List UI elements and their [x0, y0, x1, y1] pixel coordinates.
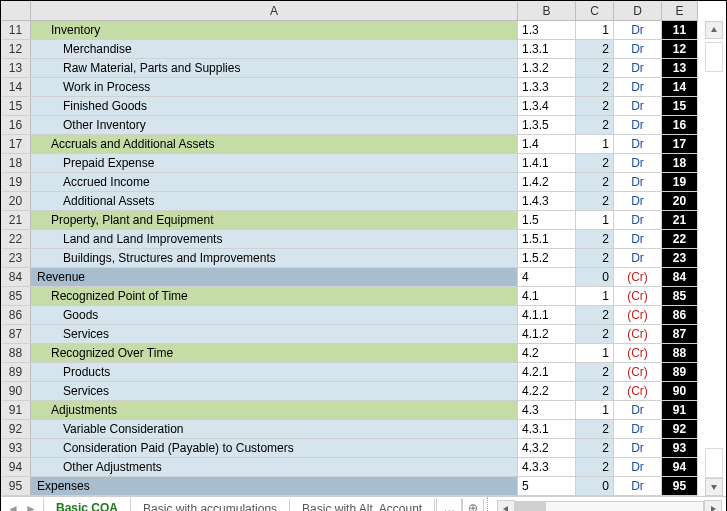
table-row[interactable]: 21Property, Plant and Equipment1.51Dr21: [1, 211, 698, 230]
cell-account-name[interactable]: Revenue: [31, 268, 518, 286]
table-row[interactable]: 18Prepaid Expense1.4.12Dr18: [1, 154, 698, 173]
cell-code[interactable]: 1.3.1: [518, 40, 576, 58]
cell-level[interactable]: 2: [576, 325, 614, 343]
cell-drcr[interactable]: Dr: [614, 249, 662, 267]
sheet-tab[interactable]: Basic with accumulations: [130, 499, 290, 512]
cell-rownum[interactable]: 15: [662, 97, 698, 115]
cell-level[interactable]: 2: [576, 78, 614, 96]
sheet-tab[interactable]: Basic COA: [43, 498, 131, 512]
cell-account-name[interactable]: Property, Plant and Equipment: [31, 211, 518, 229]
cell-drcr[interactable]: Dr: [614, 97, 662, 115]
row-header[interactable]: 11: [1, 21, 31, 39]
cell-level[interactable]: 2: [576, 173, 614, 191]
cell-account-name[interactable]: Consideration Paid (Payable) to Customer…: [31, 439, 518, 457]
cell-code[interactable]: 1.5.2: [518, 249, 576, 267]
row-header[interactable]: 95: [1, 477, 31, 495]
row-header[interactable]: 85: [1, 287, 31, 305]
cell-code[interactable]: 1.3.3: [518, 78, 576, 96]
cell-account-name[interactable]: Other Adjustments: [31, 458, 518, 476]
row-header[interactable]: 12: [1, 40, 31, 58]
cell-account-name[interactable]: Accrued Income: [31, 173, 518, 191]
scroll-up-button[interactable]: [705, 21, 723, 39]
cell-account-name[interactable]: Adjustments: [31, 401, 518, 419]
tab-more-button[interactable]: …: [436, 498, 462, 511]
scroll-left-button[interactable]: [497, 500, 515, 512]
cell-account-name[interactable]: Prepaid Expense: [31, 154, 518, 172]
cell-code[interactable]: 4.1.2: [518, 325, 576, 343]
cell-account-name[interactable]: Variable Consideration: [31, 420, 518, 438]
cell-rownum[interactable]: 17: [662, 135, 698, 153]
row-header[interactable]: 89: [1, 363, 31, 381]
cell-level[interactable]: 2: [576, 439, 614, 457]
cell-code[interactable]: 4.3.1: [518, 420, 576, 438]
col-header-B[interactable]: B: [518, 1, 576, 20]
table-row[interactable]: 23Buildings, Structures and Improvements…: [1, 249, 698, 268]
cell-rownum[interactable]: 14: [662, 78, 698, 96]
table-row[interactable]: 13Raw Material, Parts and Supplies1.3.22…: [1, 59, 698, 78]
cell-code[interactable]: 4: [518, 268, 576, 286]
cell-level[interactable]: 2: [576, 154, 614, 172]
cell-rownum[interactable]: 21: [662, 211, 698, 229]
scroll-right-button[interactable]: [704, 500, 722, 512]
table-row[interactable]: 15Finished Goods1.3.42Dr15: [1, 97, 698, 116]
cell-code[interactable]: 4.2.1: [518, 363, 576, 381]
cell-account-name[interactable]: Expenses: [31, 477, 518, 495]
cell-level[interactable]: 2: [576, 382, 614, 400]
cell-account-name[interactable]: Products: [31, 363, 518, 381]
cell-drcr[interactable]: Dr: [614, 477, 662, 495]
cell-code[interactable]: 1.5: [518, 211, 576, 229]
cell-account-name[interactable]: Other Inventory: [31, 116, 518, 134]
row-header[interactable]: 17: [1, 135, 31, 153]
cell-drcr[interactable]: Dr: [614, 458, 662, 476]
cell-rownum[interactable]: 92: [662, 420, 698, 438]
cell-level[interactable]: 1: [576, 135, 614, 153]
cell-drcr[interactable]: (Cr): [614, 325, 662, 343]
col-header-A[interactable]: A: [31, 1, 518, 20]
row-header[interactable]: 93: [1, 439, 31, 457]
cell-rownum[interactable]: 20: [662, 192, 698, 210]
cell-level[interactable]: 0: [576, 268, 614, 286]
cell-level[interactable]: 2: [576, 363, 614, 381]
row-header[interactable]: 20: [1, 192, 31, 210]
grid-body[interactable]: 11Inventory1.31Dr1112Merchandise1.3.12Dr…: [1, 21, 698, 496]
table-row[interactable]: 88Recognized Over Time4.21(Cr)88: [1, 344, 698, 363]
cell-level[interactable]: 1: [576, 344, 614, 362]
cell-level[interactable]: 2: [576, 40, 614, 58]
row-header[interactable]: 23: [1, 249, 31, 267]
cell-rownum[interactable]: 16: [662, 116, 698, 134]
col-header-E[interactable]: E: [662, 1, 698, 20]
cell-code[interactable]: 4.3.2: [518, 439, 576, 457]
cell-code[interactable]: 1.3.4: [518, 97, 576, 115]
table-row[interactable]: 95Expenses50Dr95: [1, 477, 698, 496]
cell-account-name[interactable]: Finished Goods: [31, 97, 518, 115]
cell-rownum[interactable]: 13: [662, 59, 698, 77]
cell-rownum[interactable]: 94: [662, 458, 698, 476]
sheet-tab[interactable]: Basic with Alt. Account: [289, 499, 435, 512]
table-row[interactable]: 87Services4.1.22(Cr)87: [1, 325, 698, 344]
row-header[interactable]: 88: [1, 344, 31, 362]
cell-level[interactable]: 2: [576, 59, 614, 77]
cell-rownum[interactable]: 93: [662, 439, 698, 457]
table-row[interactable]: 14Work in Process1.3.32Dr14: [1, 78, 698, 97]
tab-add-button[interactable]: ⊕: [462, 499, 484, 512]
cell-code[interactable]: 1.5.1: [518, 230, 576, 248]
cell-level[interactable]: 1: [576, 401, 614, 419]
row-header[interactable]: 94: [1, 458, 31, 476]
cell-drcr[interactable]: (Cr): [614, 363, 662, 381]
cell-code[interactable]: 1.4.1: [518, 154, 576, 172]
cell-drcr[interactable]: Dr: [614, 439, 662, 457]
cell-rownum[interactable]: 91: [662, 401, 698, 419]
row-header[interactable]: 16: [1, 116, 31, 134]
table-row[interactable]: 84Revenue40(Cr)84: [1, 268, 698, 287]
col-header-C[interactable]: C: [576, 1, 614, 20]
table-row[interactable]: 89Products4.2.12(Cr)89: [1, 363, 698, 382]
cell-account-name[interactable]: Additional Assets: [31, 192, 518, 210]
table-row[interactable]: 93Consideration Paid (Payable) to Custom…: [1, 439, 698, 458]
table-row[interactable]: 90Services4.2.22(Cr)90: [1, 382, 698, 401]
row-header[interactable]: 22: [1, 230, 31, 248]
cell-level[interactable]: 0: [576, 477, 614, 495]
cell-level[interactable]: 2: [576, 192, 614, 210]
hscroll-thumb[interactable]: [516, 502, 546, 512]
cell-level[interactable]: 2: [576, 249, 614, 267]
cell-code[interactable]: 4.2.2: [518, 382, 576, 400]
